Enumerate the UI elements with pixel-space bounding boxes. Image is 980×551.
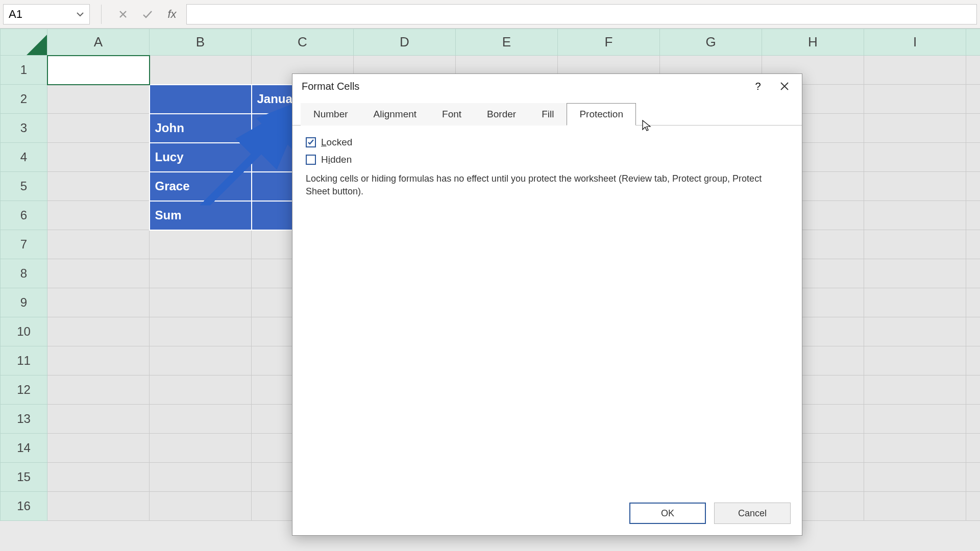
row-header[interactable]: 9 (1, 288, 47, 317)
hidden-checkbox[interactable] (306, 155, 316, 165)
cell[interactable] (150, 317, 252, 346)
row-header[interactable]: 1 (1, 56, 47, 85)
cell[interactable] (864, 259, 966, 288)
row-header[interactable]: 12 (1, 375, 47, 405)
cell[interactable] (966, 230, 981, 259)
dialog-close-button[interactable] (771, 76, 798, 96)
cell[interactable] (150, 463, 252, 492)
formula-input[interactable] (186, 4, 977, 24)
cell[interactable] (47, 375, 150, 405)
row-header[interactable]: 15 (1, 463, 47, 492)
cell[interactable] (47, 405, 150, 434)
cell[interactable] (47, 172, 150, 201)
col-header[interactable]: G (660, 29, 762, 56)
cell[interactable] (966, 259, 981, 288)
cell[interactable] (966, 85, 981, 114)
row-header[interactable]: 2 (1, 85, 47, 114)
tab-protection[interactable]: Protection (567, 103, 636, 126)
cell[interactable] (47, 230, 150, 259)
row-header[interactable]: 13 (1, 405, 47, 434)
cell[interactable] (966, 463, 981, 492)
cell[interactable]: Sum (150, 201, 252, 230)
cell[interactable] (966, 201, 981, 230)
tab-fill[interactable]: Fill (529, 103, 567, 126)
cell[interactable] (966, 143, 981, 172)
tab-number[interactable]: Number (301, 103, 361, 126)
tab-font[interactable]: Font (429, 103, 474, 126)
cell[interactable] (864, 317, 966, 346)
cell[interactable] (47, 201, 150, 230)
cell[interactable] (864, 201, 966, 230)
cell[interactable] (47, 288, 150, 317)
col-header[interactable] (966, 29, 981, 56)
cell[interactable] (966, 172, 981, 201)
dialog-help-button[interactable]: ? (745, 76, 771, 96)
row-header[interactable]: 4 (1, 143, 47, 172)
col-header[interactable]: C (252, 29, 354, 56)
cell[interactable] (864, 114, 966, 143)
cell[interactable] (150, 375, 252, 405)
cell[interactable] (150, 405, 252, 434)
cell[interactable] (47, 463, 150, 492)
col-header[interactable]: B (150, 29, 252, 56)
cell[interactable] (966, 56, 981, 85)
row-header[interactable]: 11 (1, 346, 47, 375)
col-header[interactable]: E (456, 29, 558, 56)
cell[interactable] (47, 259, 150, 288)
cell[interactable] (864, 492, 966, 521)
cell[interactable] (150, 346, 252, 375)
col-header[interactable]: H (762, 29, 864, 56)
ok-button[interactable]: OK (629, 503, 706, 524)
cell[interactable] (864, 405, 966, 434)
cell[interactable] (864, 85, 966, 114)
cell[interactable] (47, 346, 150, 375)
cell[interactable] (47, 143, 150, 172)
cell[interactable]: Lucy (150, 143, 252, 172)
cell[interactable] (47, 317, 150, 346)
name-box[interactable]: A1 (3, 4, 90, 24)
row-header[interactable]: 8 (1, 259, 47, 288)
row-header[interactable]: 3 (1, 114, 47, 143)
cell[interactable] (966, 375, 981, 405)
cell[interactable] (150, 259, 252, 288)
row-header[interactable]: 10 (1, 317, 47, 346)
cell[interactable] (966, 288, 981, 317)
cell[interactable]: Grace (150, 172, 252, 201)
cell[interactable] (47, 114, 150, 143)
cell[interactable] (150, 85, 252, 114)
row-header[interactable]: 6 (1, 201, 47, 230)
cell[interactable] (150, 434, 252, 463)
cell[interactable] (47, 85, 150, 114)
cancel-button[interactable]: Cancel (714, 503, 791, 524)
cell[interactable] (864, 434, 966, 463)
cell[interactable]: John (150, 114, 252, 143)
col-header[interactable]: I (864, 29, 966, 56)
cell[interactable] (966, 114, 981, 143)
tab-alignment[interactable]: Alignment (361, 103, 430, 126)
cell[interactable] (47, 434, 150, 463)
tab-border[interactable]: Border (474, 103, 529, 126)
cell[interactable] (864, 463, 966, 492)
row-header[interactable]: 16 (1, 492, 47, 521)
row-header[interactable]: 7 (1, 230, 47, 259)
cell[interactable] (47, 492, 150, 521)
locked-checkbox[interactable] (306, 137, 316, 147)
cell[interactable] (864, 172, 966, 201)
cancel-formula-button[interactable] (113, 4, 133, 24)
cell[interactable] (966, 492, 981, 521)
cell[interactable] (150, 288, 252, 317)
cell[interactable] (864, 230, 966, 259)
cell[interactable] (966, 434, 981, 463)
cell[interactable] (150, 230, 252, 259)
insert-function-button[interactable]: fx (162, 4, 182, 24)
cell[interactable] (864, 56, 966, 85)
col-header[interactable]: A (47, 29, 150, 56)
cell[interactable] (864, 375, 966, 405)
cell[interactable] (966, 405, 981, 434)
select-all-corner[interactable] (1, 29, 47, 56)
cell[interactable] (864, 346, 966, 375)
cell[interactable] (150, 56, 252, 85)
col-header[interactable]: D (354, 29, 456, 56)
cell[interactable] (47, 56, 150, 85)
row-header[interactable]: 5 (1, 172, 47, 201)
